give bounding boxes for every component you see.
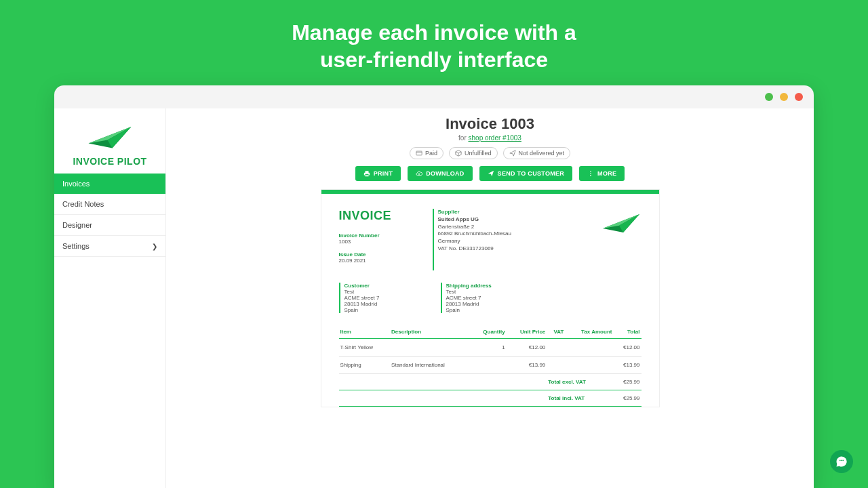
hero-title: Manage each invoice with a user-friendly… xyxy=(0,0,868,85)
col-item: Item xyxy=(339,325,391,339)
chat-button[interactable] xyxy=(830,450,853,473)
supplier-block: Supplier Suited Apps UG Gartenstraße 2 6… xyxy=(433,209,521,270)
table-row: Shipping Standard International €13.99 €… xyxy=(339,357,642,374)
sidebar-item-label: Invoices xyxy=(62,180,90,188)
box-icon xyxy=(455,150,462,157)
shipping-block: Shipping address Test ACME street 7 2801… xyxy=(441,283,529,313)
svg-rect-3 xyxy=(416,151,422,155)
issue-date-value: 20.09.2021 xyxy=(339,258,420,264)
shop-order-link[interactable]: shop order #1003 xyxy=(469,134,521,142)
page-title: Invoice 1003 xyxy=(180,115,800,133)
sidebar-item-label: Credit Notes xyxy=(62,200,104,208)
paper-plane-icon xyxy=(86,121,134,152)
print-icon xyxy=(363,170,370,177)
line-items-table: Item Description Quantity Unit Price VAT… xyxy=(339,325,642,407)
sidebar-item-label: Settings xyxy=(62,242,90,250)
chevron-right-icon: ❯ xyxy=(152,243,157,250)
action-bar: PRINT DOWNLOAD SEND TO CUSTOMER MORE xyxy=(180,166,800,181)
send-icon xyxy=(488,170,494,177)
status-badges: Paid Unfulfilled Not delivered yet xyxy=(180,147,800,159)
app-window: INVOICE PILOT Invoices Credit Notes Desi… xyxy=(54,85,814,488)
col-description: Description xyxy=(390,325,471,339)
send-icon xyxy=(509,150,516,157)
main-content: Invoice 1003 for shop order #1003 Paid U… xyxy=(166,108,814,488)
paper-plane-icon xyxy=(601,209,642,236)
app-logo: INVOICE PILOT xyxy=(54,115,165,174)
col-quantity: Quantity xyxy=(471,325,507,339)
col-total: Total xyxy=(613,325,641,339)
sidebar-item-credit-notes[interactable]: Credit Notes xyxy=(54,194,165,215)
download-button[interactable]: DOWNLOAD xyxy=(408,166,472,181)
invoice-document: INVOICE Invoice Number 1003 Issue Date 2… xyxy=(321,189,660,407)
document-title: INVOICE xyxy=(339,209,420,223)
sidebar-item-designer[interactable]: Designer xyxy=(54,215,165,236)
more-button[interactable]: MORE xyxy=(579,166,625,181)
col-vat: VAT xyxy=(547,325,565,339)
col-unit-price: Unit Price xyxy=(507,325,547,339)
invoice-number-label: Invoice Number xyxy=(339,232,420,239)
window-dot-red[interactable] xyxy=(795,93,803,101)
col-tax-amount: Tax Amount xyxy=(565,325,613,339)
sidebar-item-invoices[interactable]: Invoices xyxy=(54,174,165,194)
table-row: T-Shirt Yellow 1 €12.00 €12.00 xyxy=(339,339,642,357)
app-logo-text: INVOICE PILOT xyxy=(58,156,161,167)
status-badge-unfulfilled: Unfulfilled xyxy=(449,147,498,159)
svg-point-5 xyxy=(590,171,591,172)
status-badge-paid: Paid xyxy=(410,147,443,159)
issue-date-label: Issue Date xyxy=(339,251,420,258)
customer-block: Customer Test ACME street 7 28013 Madrid… xyxy=(339,283,427,313)
send-to-customer-button[interactable]: SEND TO CUSTOMER xyxy=(479,166,572,181)
total-row: Total excl. VAT €25.99 xyxy=(339,374,642,390)
window-dot-yellow[interactable] xyxy=(780,93,788,101)
card-icon xyxy=(416,150,422,157)
window-titlebar xyxy=(54,85,814,108)
window-dot-green[interactable] xyxy=(765,93,773,101)
dots-icon xyxy=(587,170,594,177)
document-logo xyxy=(533,209,642,270)
svg-point-6 xyxy=(590,173,591,174)
sidebar-item-label: Designer xyxy=(62,221,92,229)
svg-point-7 xyxy=(590,175,591,176)
status-badge-delivery: Not delivered yet xyxy=(503,147,571,159)
sidebar-item-settings[interactable]: Settings ❯ xyxy=(54,236,165,257)
page-subtitle: for shop order #1003 xyxy=(180,134,800,142)
cloud-download-icon xyxy=(416,170,422,177)
sidebar: INVOICE PILOT Invoices Credit Notes Desi… xyxy=(54,108,166,488)
chat-icon xyxy=(835,455,848,468)
total-row: Total incl. VAT €25.99 xyxy=(339,390,642,407)
invoice-number-value: 1003 xyxy=(339,239,420,245)
print-button[interactable]: PRINT xyxy=(355,166,401,181)
